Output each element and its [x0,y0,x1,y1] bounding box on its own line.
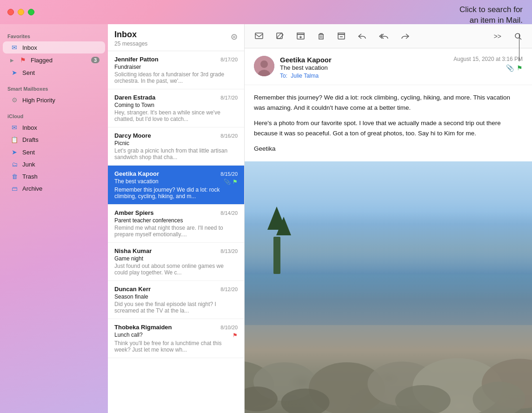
sidebar-item-label: Trash [22,173,100,180]
reply-button[interactable] [355,31,369,41]
msg-preview: Remember this journey? We did a lot: roc… [114,187,238,200]
msg-sender: Darcy Moore [114,132,218,139]
message-list: Inbox 25 messages ⊜ Jennifer Patton 8/17… [108,24,245,413]
flagged-icon: ⚑ [19,56,27,64]
message-item[interactable]: Jennifer Patton 8/17/20 Fundraiser Solic… [108,51,244,89]
message-list-count: 25 messages [114,40,147,47]
sidebar-item-label: Inbox [22,124,100,131]
email-photo [245,161,532,413]
flagged-badge: 3 [91,57,100,63]
email-paragraph-2: Here's a photo from our favorite spot. I… [254,118,523,138]
sidebar-item-drafts[interactable]: 📋 Drafts [3,134,105,146]
msg-preview: Remind me what night those are. I'll nee… [114,225,238,238]
new-message-button[interactable] [252,31,266,42]
filter-button[interactable]: ⊜ [231,32,238,42]
message-item[interactable]: Duncan Kerr 8/12/20 Season finale Did yo… [108,281,244,319]
forward-button[interactable] [399,31,412,41]
msg-icons: 8/15/20 [218,171,238,177]
sidebar-item-junk[interactable]: 🗂 Junk [3,159,105,170]
main-container: Favorites ✉ Inbox ▶ ⚑ Flagged 3 ➤ Sent S… [0,24,532,413]
svg-line-10 [519,38,521,40]
email-meta: Geetika Kapoor The best vacation To: Jul… [280,56,448,79]
msg-preview: Did you see the final episode last night… [114,301,238,314]
message-item[interactable]: Darcy Moore 8/16/20 Picnic Let's grab a … [108,127,244,166]
reply-all-button[interactable] [376,31,391,41]
msg-preview: Soliciting ideas for a fundraiser for 3r… [114,71,238,84]
sidebar-item-label: Junk [22,161,100,168]
sidebar-item-archive[interactable]: 🗃 Archive [3,183,105,194]
sidebar: Favorites ✉ Inbox ▶ ⚑ Flagged 3 ➤ Sent S… [0,24,108,413]
msg-subject: Picnic [114,140,238,147]
message-list-header: Inbox 25 messages ⊜ [108,24,244,51]
sent-icloud-icon: ➤ [10,148,19,156]
msg-sender: Geetika Kapoor [114,170,218,177]
lake-photo [245,161,532,413]
sidebar-item-trash[interactable]: 🗑 Trash [3,171,105,182]
email-flag-icon: ⚑ [517,64,523,72]
archive-button[interactable] [294,31,307,42]
email-subject-line: The best vacation [280,64,448,71]
msg-date: 8/17/20 [220,95,238,100]
sidebar-item-inbox-fav[interactable]: ✉ Inbox [3,41,105,53]
maximize-button[interactable] [28,9,34,15]
sidebar-item-label: Inbox [22,44,100,51]
email-signature: Geetika [254,144,523,154]
message-item-selected[interactable]: Geetika Kapoor 8/15/20 The best vacation… [108,166,244,205]
sidebar-item-inbox-icloud[interactable]: ✉ Inbox [3,121,105,133]
compose-button[interactable] [273,31,286,42]
message-item[interactable]: Daren Estrada 8/17/20 Coming to Town Hey… [108,89,244,127]
message-list-title: Inbox [114,30,147,40]
rocks-svg [245,274,532,413]
sidebar-item-sent-fav[interactable]: ➤ Sent [3,67,105,79]
smart-mailboxes-label: Smart Mailboxes [0,82,108,93]
msg-preview: Just found out about some online games w… [114,263,238,276]
trash-icon: 🗑 [10,173,19,180]
msg-sender: Nisha Kumar [114,247,218,254]
more-actions-button[interactable]: >> [491,31,504,42]
sidebar-item-sent-icloud[interactable]: ➤ Sent [3,146,105,158]
search-tooltip: Click to search for an item in Mail. [420,5,523,26]
message-item[interactable]: Thobeka Rigmaiden 8/10/20 Lunch call? ⚑ … [108,319,244,358]
drafts-icon: 📋 [10,136,19,143]
msg-date: 8/15/20 [220,171,238,177]
email-date: August 15, 2020 at 3:16 PM [453,56,523,62]
msg-preview: Think you'll be free for a lunchtime cha… [114,340,238,353]
msg-date: 8/16/20 [220,133,238,139]
email-paragraph-1: Remember this journey? We did a lot: roc… [254,93,523,113]
sidebar-item-high-priority[interactable]: ⚙ High Priority [3,94,105,106]
close-button[interactable] [7,9,14,15]
gear-icon: ⚙ [10,96,19,104]
message-item[interactable]: Amber Spiers 8/14/20 Parent teacher conf… [108,205,244,243]
email-sender-name: Geetika Kapoor [280,56,448,64]
email-body: Remember this journey? We did a lot: roc… [245,85,532,161]
sent-icon: ➤ [10,69,19,76]
msg-date: 8/12/20 [220,286,238,292]
inbox-icon: ✉ [10,44,19,51]
msg-subject: Season finale [114,293,238,300]
icloud-section-label: iCloud [0,110,108,121]
sidebar-item-label: Sent [22,149,100,156]
msg-sender: Thobeka Rigmaiden [114,324,218,331]
delete-button[interactable] [315,31,327,42]
email-from-row: Geetika Kapoor The best vacation To: Jul… [254,56,523,79]
chevron-icon: ▶ [10,58,14,63]
flag-green-icon: ⚑ [233,179,238,185]
msg-sender: Jennifer Patton [114,56,218,63]
email-to: To: Julie Talma [280,73,448,79]
junk-button[interactable] [335,31,348,42]
message-item[interactable]: Nisha Kumar 8/13/20 Game night Just foun… [108,243,244,281]
msg-sender: Duncan Kerr [114,286,218,293]
minimize-button[interactable] [18,9,24,15]
msg-sender: Daren Estrada [114,94,218,101]
flag-red-icon: ⚑ [233,332,238,339]
junk-icon: 🗂 [10,161,19,168]
to-address: Julie Talma [291,73,319,79]
sidebar-item-label: Flagged [31,57,87,64]
favorites-section-label: Favorites [0,30,108,41]
msg-subject: Game night [114,255,238,262]
email-flag-row: 📎 ⚑ [506,64,523,72]
search-button[interactable] [512,31,525,42]
msg-date: 8/13/20 [220,248,238,254]
sidebar-item-label: Archive [22,185,100,192]
sidebar-item-flagged[interactable]: ▶ ⚑ Flagged 3 [3,54,105,66]
